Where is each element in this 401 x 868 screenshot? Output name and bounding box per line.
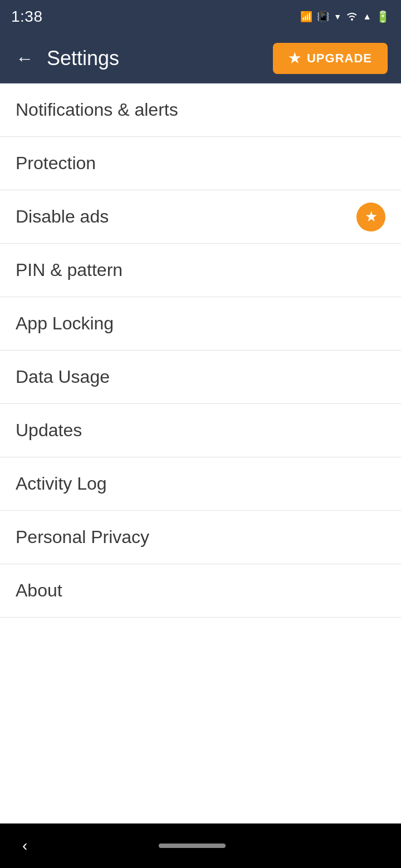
bluetooth-icon: 📶 (300, 11, 312, 23)
status-bar: 1:38 📶 📳 ▼ ▲ 🔋 (0, 0, 401, 33)
settings-label-data-usage: Data Usage (16, 367, 110, 387)
toolbar: ← Settings ★ UPGRADE (0, 33, 401, 83)
settings-label-disable-ads: Disable ads (16, 206, 109, 227)
settings-label-updates: Updates (16, 420, 82, 441)
toolbar-left: ← Settings (13, 47, 119, 70)
signal-icon: ▲ (363, 12, 371, 22)
page-title: Settings (47, 47, 119, 70)
battery-icon: 🔋 (376, 10, 390, 23)
nav-back-button[interactable]: ‹ (22, 837, 27, 855)
status-time: 1:38 (11, 8, 43, 26)
nav-home-pill[interactable] (159, 844, 226, 848)
settings-label-protection: Protection (16, 153, 96, 174)
settings-label-pin-pattern: PIN & pattern (16, 260, 123, 280)
settings-label-about: About (16, 580, 62, 601)
settings-item-pin-pattern[interactable]: PIN & pattern (0, 244, 401, 297)
settings-item-app-locking[interactable]: App Locking (0, 297, 401, 351)
settings-item-activity-log[interactable]: Activity Log (0, 457, 401, 511)
wifi-icon (346, 11, 358, 23)
upgrade-label: UPGRADE (307, 51, 372, 66)
settings-label-personal-privacy: Personal Privacy (16, 527, 149, 548)
settings-label-activity-log: Activity Log (16, 474, 107, 494)
upgrade-button[interactable]: ★ UPGRADE (273, 43, 388, 74)
bottom-nav-bar: ‹ (0, 823, 401, 868)
settings-label-app-locking: App Locking (16, 313, 114, 334)
settings-item-about[interactable]: About (0, 564, 401, 618)
settings-item-notifications-alerts[interactable]: Notifications & alerts (0, 83, 401, 137)
settings-list: Notifications & alertsProtectionDisable … (0, 83, 401, 823)
settings-item-updates[interactable]: Updates (0, 404, 401, 457)
status-icons: 📶 📳 ▼ ▲ 🔋 (300, 10, 390, 23)
settings-label-notifications-alerts: Notifications & alerts (16, 100, 178, 120)
charging-indicator-icon: ▼ (334, 12, 341, 21)
settings-item-data-usage[interactable]: Data Usage (0, 351, 401, 404)
back-button[interactable]: ← (13, 47, 36, 70)
settings-item-personal-privacy[interactable]: Personal Privacy (0, 511, 401, 564)
settings-item-disable-ads[interactable]: Disable ads★ (0, 190, 401, 244)
settings-item-protection[interactable]: Protection (0, 137, 401, 190)
upgrade-star-icon: ★ (288, 51, 301, 66)
premium-badge-icon: ★ (356, 203, 385, 231)
vibrate-icon: 📳 (317, 11, 329, 23)
